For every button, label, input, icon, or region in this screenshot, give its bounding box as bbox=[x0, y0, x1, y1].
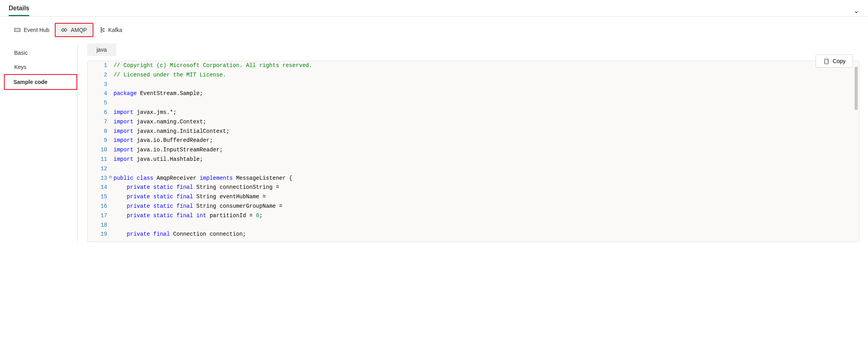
code-line: 11import java.util.Hashtable; bbox=[88, 155, 859, 164]
code-content: public class AmqpReceiver implements Mes… bbox=[114, 174, 859, 183]
fold-toggle-icon bbox=[107, 108, 114, 117]
fold-toggle-icon[interactable]: ⊟ bbox=[107, 174, 114, 183]
code-line: 6import javax.jms.*; bbox=[88, 108, 859, 117]
code-content: private static final String eventHubName… bbox=[114, 192, 859, 202]
fold-toggle-icon bbox=[107, 127, 114, 136]
code-content: private final Connection connection; bbox=[114, 230, 859, 239]
sidebar-item-sample-code[interactable]: Sample code bbox=[4, 74, 77, 90]
line-number: 3 bbox=[88, 80, 107, 89]
svg-point-5 bbox=[101, 30, 102, 31]
code-content: private static final String connectionSt… bbox=[114, 183, 859, 192]
code-line: 1// Copyright (c) Microsoft Corporation.… bbox=[88, 61, 859, 71]
line-number: 16 bbox=[88, 202, 107, 211]
svg-rect-13 bbox=[825, 60, 828, 64]
code-content: import java.util.Hashtable; bbox=[114, 155, 859, 164]
code-content: private static final int partitionId = 0… bbox=[114, 211, 859, 221]
svg-line-12 bbox=[102, 30, 103, 31]
code-line: 14 private static final String connectio… bbox=[88, 183, 859, 192]
fold-toggle-icon bbox=[107, 99, 114, 108]
fold-toggle-icon bbox=[107, 230, 114, 239]
tab-eventhub[interactable]: Event Hub bbox=[9, 23, 55, 37]
content-wrapper: Basic Keys Sample code java Copy 1// Cop… bbox=[0, 43, 868, 242]
fold-toggle-icon bbox=[107, 117, 114, 127]
line-number: 2 bbox=[88, 71, 107, 80]
svg-point-6 bbox=[101, 32, 102, 33]
code-line: 17 private static final int partitionId … bbox=[88, 211, 859, 221]
code-content: // Licensed under the MIT License. bbox=[114, 71, 859, 80]
line-number: 17 bbox=[88, 211, 107, 221]
code-content bbox=[114, 164, 859, 174]
fold-toggle-icon bbox=[107, 211, 114, 221]
line-number: 6 bbox=[88, 108, 107, 117]
sidebar-item-label: Basic bbox=[14, 50, 28, 56]
code-content: import java.io.InputStreamReader; bbox=[114, 145, 859, 155]
language-tab-java[interactable]: java bbox=[87, 43, 116, 56]
fold-toggle-icon bbox=[107, 145, 114, 155]
svg-point-2 bbox=[17, 30, 18, 30]
copy-icon bbox=[823, 58, 829, 64]
code-line: 13⊟public class AmqpReceiver implements … bbox=[88, 174, 859, 183]
tab-amqp[interactable]: AMQP bbox=[55, 23, 93, 37]
fold-toggle-icon bbox=[107, 221, 114, 230]
copy-button-label: Copy bbox=[833, 58, 846, 64]
fold-toggle-icon bbox=[107, 164, 114, 174]
code-line: 8import javax.naming.InitialContext; bbox=[88, 127, 859, 136]
code-line: 3 bbox=[88, 80, 859, 89]
scrollbar-thumb[interactable] bbox=[855, 67, 858, 110]
main-content: java Copy 1// Copyright (c) Microsoft Co… bbox=[78, 43, 859, 242]
tab-kafka[interactable]: Kafka bbox=[93, 23, 128, 37]
protocol-tab-list: Event Hub AMQP Kafka bbox=[0, 17, 868, 43]
fold-toggle-icon bbox=[107, 155, 114, 164]
code-line: 2// Licensed under the MIT License. bbox=[88, 71, 859, 80]
code-content bbox=[114, 99, 859, 108]
fold-toggle-icon bbox=[107, 183, 114, 192]
code-content: private static final String consumerGrou… bbox=[114, 202, 859, 211]
code-table: 1// Copyright (c) Microsoft Corporation.… bbox=[88, 61, 859, 239]
code-content: package EventStream.Sample; bbox=[114, 89, 859, 99]
line-number: 19 bbox=[88, 230, 107, 239]
code-content bbox=[114, 80, 859, 89]
line-number: 15 bbox=[88, 192, 107, 202]
fold-toggle-icon bbox=[107, 61, 114, 71]
line-number: 18 bbox=[88, 221, 107, 230]
scrollbar[interactable] bbox=[855, 67, 858, 110]
amqp-icon bbox=[61, 27, 67, 33]
code-line: 12 bbox=[88, 164, 859, 174]
sidebar-item-keys[interactable]: Keys bbox=[9, 60, 77, 74]
code-content: import javax.jms.*; bbox=[114, 108, 859, 117]
code-content: import javax.naming.Context; bbox=[114, 117, 859, 127]
code-editor[interactable]: 1// Copyright (c) Microsoft Corporation.… bbox=[87, 61, 859, 242]
line-number: 9 bbox=[88, 136, 107, 145]
fold-toggle-icon bbox=[107, 136, 114, 145]
tab-label: Event Hub bbox=[24, 27, 49, 33]
sidebar-item-basic[interactable]: Basic bbox=[9, 46, 77, 60]
chevron-down-icon[interactable]: ⌄ bbox=[853, 6, 859, 15]
fold-toggle-icon bbox=[107, 192, 114, 202]
line-number: 11 bbox=[88, 155, 107, 164]
tab-label: Kafka bbox=[108, 27, 123, 33]
copy-button[interactable]: Copy bbox=[816, 54, 853, 68]
svg-point-3 bbox=[19, 30, 19, 30]
code-line: 5 bbox=[88, 99, 859, 108]
svg-line-11 bbox=[102, 29, 103, 30]
fold-toggle-icon bbox=[107, 71, 114, 80]
code-line: 16 private static final String consumerG… bbox=[88, 202, 859, 211]
code-line: 19 private final Connection connection; bbox=[88, 230, 859, 239]
fold-toggle-icon bbox=[107, 202, 114, 211]
code-line: 15 private static final String eventHubN… bbox=[88, 192, 859, 202]
line-number: 7 bbox=[88, 117, 107, 127]
line-number: 14 bbox=[88, 183, 107, 192]
line-number: 8 bbox=[88, 127, 107, 136]
fold-toggle-icon bbox=[107, 89, 114, 99]
fold-toggle-icon bbox=[107, 80, 114, 89]
code-line: 7import javax.naming.Context; bbox=[88, 117, 859, 127]
sidebar: Basic Keys Sample code bbox=[9, 43, 78, 242]
code-content: import javax.naming.InitialContext; bbox=[114, 127, 859, 136]
code-line: 18 bbox=[88, 221, 859, 230]
sidebar-item-label: Keys bbox=[14, 64, 26, 70]
code-content bbox=[114, 221, 859, 230]
svg-point-7 bbox=[103, 28, 104, 30]
svg-point-4 bbox=[101, 28, 102, 29]
code-line: 9import java.io.BufferedReader; bbox=[88, 136, 859, 145]
code-content: // Copyright (c) Microsoft Corporation. … bbox=[114, 61, 859, 71]
